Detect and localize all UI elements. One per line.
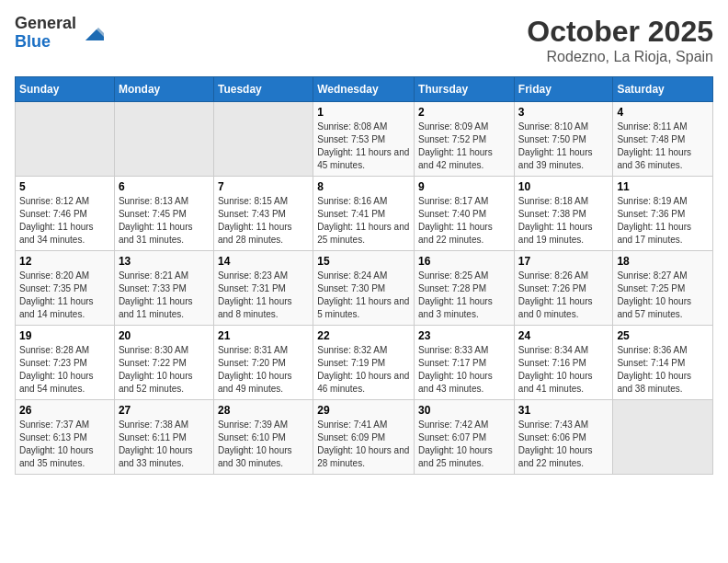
day-number: 28 bbox=[218, 404, 309, 417]
day-info: Sunrise: 7:39 AM Sunset: 6:10 PM Dayligh… bbox=[218, 419, 309, 470]
day-info: Sunrise: 8:09 AM Sunset: 7:52 PM Dayligh… bbox=[418, 121, 510, 172]
calendar-cell bbox=[16, 102, 115, 177]
calendar-week-row: 19Sunrise: 8:28 AM Sunset: 7:23 PM Dayli… bbox=[16, 326, 713, 400]
calendar-cell: 21Sunrise: 8:31 AM Sunset: 7:20 PM Dayli… bbox=[213, 326, 313, 400]
day-number: 29 bbox=[317, 404, 410, 417]
day-info: Sunrise: 8:32 AM Sunset: 7:19 PM Dayligh… bbox=[317, 344, 410, 396]
day-info: Sunrise: 8:20 AM Sunset: 7:35 PM Dayligh… bbox=[19, 270, 110, 321]
day-number: 24 bbox=[518, 329, 609, 342]
calendar-cell: 6Sunrise: 8:13 AM Sunset: 7:45 PM Daylig… bbox=[114, 177, 213, 251]
day-info: Sunrise: 8:16 AM Sunset: 7:41 PM Dayligh… bbox=[317, 195, 410, 247]
day-info: Sunrise: 8:23 AM Sunset: 7:31 PM Dayligh… bbox=[218, 270, 309, 321]
calendar-cell bbox=[613, 400, 713, 475]
calendar-cell: 20Sunrise: 8:30 AM Sunset: 7:22 PM Dayli… bbox=[114, 326, 213, 400]
day-number: 7 bbox=[218, 180, 309, 193]
calendar-cell: 22Sunrise: 8:32 AM Sunset: 7:19 PM Dayli… bbox=[313, 326, 415, 400]
day-number: 14 bbox=[218, 255, 309, 268]
logo-icon bbox=[78, 20, 104, 46]
day-info: Sunrise: 7:43 AM Sunset: 6:06 PM Dayligh… bbox=[518, 419, 609, 470]
day-info: Sunrise: 7:38 AM Sunset: 6:11 PM Dayligh… bbox=[119, 419, 210, 470]
calendar-week-row: 5Sunrise: 8:12 AM Sunset: 7:46 PM Daylig… bbox=[16, 177, 713, 251]
day-of-week-header: Sunday bbox=[16, 77, 115, 102]
svg-marker-1 bbox=[85, 28, 104, 40]
day-info: Sunrise: 7:42 AM Sunset: 6:07 PM Dayligh… bbox=[418, 419, 510, 470]
day-number: 1 bbox=[317, 106, 410, 119]
calendar-cell: 31Sunrise: 7:43 AM Sunset: 6:06 PM Dayli… bbox=[514, 400, 613, 475]
logo: General Blue bbox=[15, 15, 104, 52]
calendar-cell: 26Sunrise: 7:37 AM Sunset: 6:13 PM Dayli… bbox=[16, 400, 115, 475]
calendar-cell: 7Sunrise: 8:15 AM Sunset: 7:43 PM Daylig… bbox=[213, 177, 313, 251]
day-number: 9 bbox=[418, 180, 510, 193]
day-number: 21 bbox=[218, 329, 309, 342]
day-number: 27 bbox=[119, 404, 210, 417]
day-number: 8 bbox=[317, 180, 410, 193]
day-info: Sunrise: 8:34 AM Sunset: 7:16 PM Dayligh… bbox=[518, 344, 609, 396]
day-number: 5 bbox=[19, 180, 110, 193]
title-block: October 2025 Rodezno, La Rioja, Spain bbox=[527, 15, 713, 65]
day-number: 22 bbox=[317, 329, 410, 342]
day-number: 12 bbox=[19, 255, 110, 268]
day-number: 30 bbox=[418, 404, 510, 417]
day-info: Sunrise: 8:36 AM Sunset: 7:14 PM Dayligh… bbox=[617, 344, 709, 396]
calendar-cell: 23Sunrise: 8:33 AM Sunset: 7:17 PM Dayli… bbox=[415, 326, 515, 400]
day-info: Sunrise: 8:13 AM Sunset: 7:45 PM Dayligh… bbox=[119, 195, 210, 247]
day-number: 6 bbox=[119, 180, 210, 193]
day-info: Sunrise: 8:24 AM Sunset: 7:30 PM Dayligh… bbox=[317, 270, 410, 321]
calendar-cell: 5Sunrise: 8:12 AM Sunset: 7:46 PM Daylig… bbox=[16, 177, 115, 251]
day-info: Sunrise: 8:33 AM Sunset: 7:17 PM Dayligh… bbox=[418, 344, 510, 396]
calendar-cell: 2Sunrise: 8:09 AM Sunset: 7:52 PM Daylig… bbox=[415, 102, 515, 177]
day-of-week-header: Saturday bbox=[613, 77, 713, 102]
day-number: 16 bbox=[418, 255, 510, 268]
day-info: Sunrise: 7:41 AM Sunset: 6:09 PM Dayligh… bbox=[317, 419, 410, 470]
calendar-header-row: SundayMondayTuesdayWednesdayThursdayFrid… bbox=[16, 77, 713, 102]
day-info: Sunrise: 8:17 AM Sunset: 7:40 PM Dayligh… bbox=[418, 195, 510, 247]
day-of-week-header: Thursday bbox=[415, 77, 515, 102]
day-info: Sunrise: 8:15 AM Sunset: 7:43 PM Dayligh… bbox=[218, 195, 309, 247]
calendar-cell: 8Sunrise: 8:16 AM Sunset: 7:41 PM Daylig… bbox=[313, 177, 415, 251]
day-number: 19 bbox=[19, 329, 110, 342]
day-info: Sunrise: 8:26 AM Sunset: 7:26 PM Dayligh… bbox=[518, 270, 609, 321]
page-subtitle: Rodezno, La Rioja, Spain bbox=[527, 49, 713, 65]
day-info: Sunrise: 8:30 AM Sunset: 7:22 PM Dayligh… bbox=[119, 344, 210, 396]
calendar-cell bbox=[114, 102, 213, 177]
calendar-cell: 3Sunrise: 8:10 AM Sunset: 7:50 PM Daylig… bbox=[514, 102, 613, 177]
day-of-week-header: Tuesday bbox=[213, 77, 313, 102]
day-number: 3 bbox=[518, 106, 609, 119]
calendar-week-row: 12Sunrise: 8:20 AM Sunset: 7:35 PM Dayli… bbox=[16, 251, 713, 326]
day-info: Sunrise: 8:31 AM Sunset: 7:20 PM Dayligh… bbox=[218, 344, 309, 396]
calendar-cell: 17Sunrise: 8:26 AM Sunset: 7:26 PM Dayli… bbox=[514, 251, 613, 326]
calendar-cell: 4Sunrise: 8:11 AM Sunset: 7:48 PM Daylig… bbox=[613, 102, 713, 177]
day-info: Sunrise: 8:28 AM Sunset: 7:23 PM Dayligh… bbox=[19, 344, 110, 396]
calendar-cell: 30Sunrise: 7:42 AM Sunset: 6:07 PM Dayli… bbox=[415, 400, 515, 475]
calendar-cell: 13Sunrise: 8:21 AM Sunset: 7:33 PM Dayli… bbox=[114, 251, 213, 326]
calendar-cell: 16Sunrise: 8:25 AM Sunset: 7:28 PM Dayli… bbox=[415, 251, 515, 326]
calendar-cell: 12Sunrise: 8:20 AM Sunset: 7:35 PM Dayli… bbox=[16, 251, 115, 326]
day-info: Sunrise: 8:11 AM Sunset: 7:48 PM Dayligh… bbox=[617, 121, 709, 172]
day-info: Sunrise: 8:27 AM Sunset: 7:25 PM Dayligh… bbox=[617, 270, 709, 321]
calendar-cell: 1Sunrise: 8:08 AM Sunset: 7:53 PM Daylig… bbox=[313, 102, 415, 177]
day-number: 2 bbox=[418, 106, 510, 119]
day-info: Sunrise: 8:25 AM Sunset: 7:28 PM Dayligh… bbox=[418, 270, 510, 321]
calendar-cell: 18Sunrise: 8:27 AM Sunset: 7:25 PM Dayli… bbox=[613, 251, 713, 326]
calendar-cell: 19Sunrise: 8:28 AM Sunset: 7:23 PM Dayli… bbox=[16, 326, 115, 400]
day-number: 4 bbox=[617, 106, 709, 119]
calendar-week-row: 1Sunrise: 8:08 AM Sunset: 7:53 PM Daylig… bbox=[16, 102, 713, 177]
day-info: Sunrise: 8:19 AM Sunset: 7:36 PM Dayligh… bbox=[617, 195, 709, 247]
day-number: 20 bbox=[119, 329, 210, 342]
day-info: Sunrise: 7:37 AM Sunset: 6:13 PM Dayligh… bbox=[19, 419, 110, 470]
logo-blue: Blue bbox=[15, 32, 51, 51]
calendar-cell: 14Sunrise: 8:23 AM Sunset: 7:31 PM Dayli… bbox=[213, 251, 313, 326]
day-number: 25 bbox=[617, 329, 709, 342]
logo-general: General bbox=[15, 14, 76, 32]
day-number: 11 bbox=[617, 180, 709, 193]
day-number: 18 bbox=[617, 255, 709, 268]
page-header: General Blue October 2025 Rodezno, La Ri… bbox=[15, 15, 713, 65]
calendar-cell: 24Sunrise: 8:34 AM Sunset: 7:16 PM Dayli… bbox=[514, 326, 613, 400]
calendar-cell bbox=[213, 102, 313, 177]
calendar-cell: 11Sunrise: 8:19 AM Sunset: 7:36 PM Dayli… bbox=[613, 177, 713, 251]
page-title: October 2025 bbox=[527, 15, 713, 49]
calendar-cell: 28Sunrise: 7:39 AM Sunset: 6:10 PM Dayli… bbox=[213, 400, 313, 475]
calendar-cell: 15Sunrise: 8:24 AM Sunset: 7:30 PM Dayli… bbox=[313, 251, 415, 326]
day-info: Sunrise: 8:10 AM Sunset: 7:50 PM Dayligh… bbox=[518, 121, 609, 172]
calendar-table: SundayMondayTuesdayWednesdayThursdayFrid… bbox=[15, 76, 713, 475]
